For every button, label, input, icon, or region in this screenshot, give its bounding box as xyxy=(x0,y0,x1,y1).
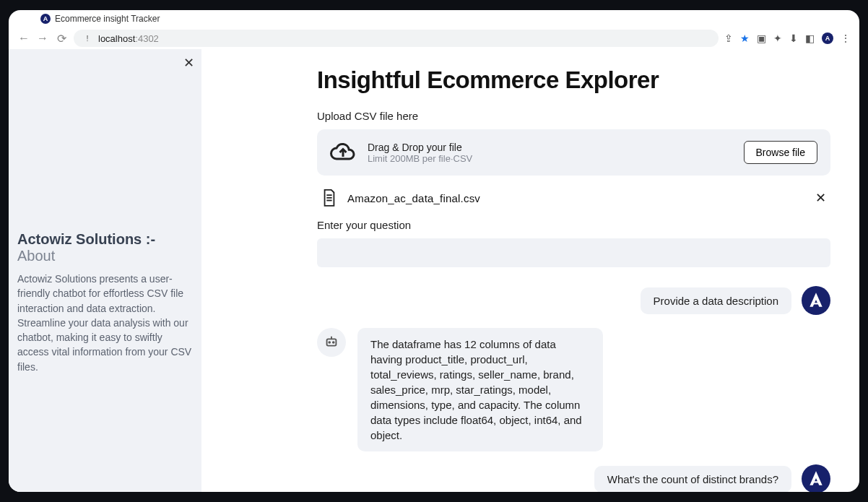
chat-bubble-user: What's the count of distinct brands? xyxy=(594,466,791,493)
chat-row-user: Provide a data description xyxy=(317,286,830,315)
upload-primary-text: Drag & Drop your file xyxy=(368,142,732,153)
url-port: :4302 xyxy=(135,33,159,44)
upload-secondary-text: Limit 200MB per file·CSV xyxy=(368,153,732,164)
chat-row-bot: The dataframe has 12 columns of data hav… xyxy=(317,328,830,451)
menu-dots-icon[interactable]: ⋮ xyxy=(841,33,851,44)
file-icon xyxy=(321,189,337,207)
upload-dropzone[interactable]: Drag & Drop your file Limit 200MB per fi… xyxy=(317,129,830,176)
sidebar-close-icon[interactable]: ✕ xyxy=(183,55,194,71)
remove-file-icon[interactable]: ✕ xyxy=(815,190,826,206)
svg-rect-0 xyxy=(814,303,819,304)
sidebar: ✕ Actowiz Solutions :- About Actowiz Sol… xyxy=(9,49,201,492)
upload-label: Upload CSV file here xyxy=(317,110,830,122)
nav-back-icon[interactable]: ← xyxy=(17,32,30,45)
camera-icon[interactable]: ▣ xyxy=(757,33,766,44)
cloud-upload-icon xyxy=(330,139,356,165)
nav-reload-icon[interactable]: ⟳ xyxy=(55,32,68,46)
uploaded-file-name: Amazon_ac_data_final.csv xyxy=(347,192,805,204)
browser-window: A Ecommerce insight Tracker ← → ⟳ ! loca… xyxy=(9,10,859,492)
chat-row-user: What's the count of distinct brands? xyxy=(317,464,830,492)
download-icon[interactable]: ⬇ xyxy=(789,33,798,44)
question-block: Enter your question xyxy=(317,219,830,267)
input-label: Enter your question xyxy=(317,219,830,231)
bookmark-star-icon[interactable]: ★ xyxy=(740,33,750,44)
browser-tab-bar: A Ecommerce insight Tracker xyxy=(9,10,859,27)
page-title: Insightful Ecommerce Explorer xyxy=(317,66,830,94)
app-content: ✕ Actowiz Solutions :- About Actowiz Sol… xyxy=(9,49,859,492)
site-info-icon[interactable]: ! xyxy=(81,34,94,43)
main-panel: Insightful Ecommerce Explorer Upload CSV… xyxy=(201,49,859,492)
tab-title: Ecommerce insight Tracker xyxy=(55,14,160,24)
panel-icon[interactable]: ◧ xyxy=(805,33,815,44)
bot-avatar-icon xyxy=(317,328,346,357)
share-icon[interactable]: ⇪ xyxy=(724,33,733,44)
sidebar-title: Actowiz Solutions :- About xyxy=(17,231,193,264)
sidebar-description: Actowiz Solutions presents a user-friend… xyxy=(17,272,193,374)
extensions-icon[interactable]: ✦ xyxy=(773,33,782,44)
user-avatar-icon xyxy=(802,286,830,315)
toolbar-right-icons: ⇪ ★ ▣ ✦ ⬇ ◧ A ⋮ xyxy=(724,33,851,44)
nav-forward-icon[interactable]: → xyxy=(36,32,49,45)
sidebar-title-strong: Actowiz Solutions :- xyxy=(17,231,155,247)
tab-favicon: A xyxy=(40,14,51,24)
url-host: localhost xyxy=(98,33,135,44)
chat-log: Provide a data description The dataframe… xyxy=(317,286,830,492)
chat-bubble-user: Provide a data description xyxy=(641,287,791,314)
sidebar-title-light: About xyxy=(17,248,55,264)
chat-bubble-bot: The dataframe has 12 columns of data hav… xyxy=(357,328,603,451)
question-input[interactable] xyxy=(317,238,830,267)
user-avatar-icon xyxy=(802,464,830,492)
svg-point-2 xyxy=(329,342,330,343)
profile-icon[interactable]: A xyxy=(822,33,833,44)
address-bar[interactable]: ! localhost:4302 xyxy=(74,30,719,47)
upload-texts: Drag & Drop your file Limit 200MB per fi… xyxy=(368,142,732,164)
svg-rect-4 xyxy=(814,481,819,482)
browse-file-button[interactable]: Browse file xyxy=(744,141,817,164)
svg-point-3 xyxy=(333,342,334,343)
uploaded-file-row: Amazon_ac_data_final.csv ✕ xyxy=(317,187,830,217)
browser-toolbar: ← → ⟳ ! localhost:4302 ⇪ ★ ▣ ✦ ⬇ ◧ A ⋮ xyxy=(9,27,859,49)
